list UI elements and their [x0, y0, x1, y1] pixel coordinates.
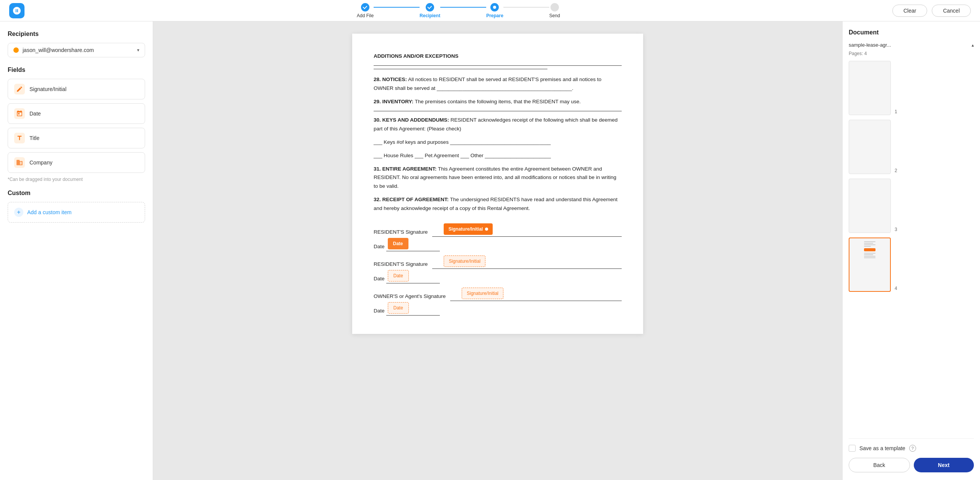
nav-actions: Clear Cancel	[892, 5, 971, 17]
section-31-num: 31.	[374, 166, 381, 172]
title-field-icon	[14, 133, 25, 143]
field-title[interactable]: Title	[8, 128, 145, 148]
sig-tag-3[interactable]: Signature/Initial	[462, 288, 503, 299]
thumb-num-1: 1	[895, 109, 897, 114]
thumb-num-4: 4	[895, 286, 897, 291]
right-panel: Document sample-lease-agr... ▴ Pages: 4	[842, 21, 980, 480]
logo	[9, 3, 24, 18]
doc-thumbs-header: sample-lease-agr... ▴	[849, 42, 974, 48]
step-recipient[interactable]: Recipient	[420, 3, 440, 18]
company-field-label: Company	[29, 159, 52, 166]
section-29-num: 29.	[374, 99, 381, 104]
sig-tag-2-label: Signature/Initial	[449, 259, 480, 264]
add-custom-button[interactable]: + Add a custom item	[8, 202, 145, 223]
main-layout: Recipients jason_will@wondershare.com ▾ …	[0, 21, 980, 480]
sig-tag-dot	[485, 228, 488, 231]
date-tag-1[interactable]: Date	[388, 238, 408, 249]
thumb-page-1[interactable]: 1	[849, 61, 974, 115]
step-prepare[interactable]: Prepare	[486, 3, 503, 18]
chevron-up-icon[interactable]: ▴	[972, 42, 974, 48]
date-label-2: Date	[374, 275, 385, 283]
thumb-page-2[interactable]: 2	[849, 120, 974, 174]
clear-button[interactable]: Clear	[892, 5, 927, 17]
step-circle-add-file	[361, 3, 369, 11]
chevron-down-icon: ▾	[137, 47, 139, 53]
panel-actions: Back Next	[849, 458, 974, 472]
thumb-img-4	[849, 238, 891, 292]
step-add-file[interactable]: Add File	[357, 3, 374, 18]
section-30-bold: KEYS AND ADDDENDUMS:	[382, 117, 449, 123]
section-28-num: 28.	[374, 76, 381, 82]
thumb-lines-4	[863, 240, 876, 260]
step-circle-recipient	[426, 3, 434, 11]
save-template-label: Save as a template	[859, 445, 905, 451]
date-field-label: Date	[29, 111, 41, 117]
sig-tag-1[interactable]: Signature/Initial	[444, 223, 493, 235]
doc-filename: sample-lease-agr...	[849, 42, 891, 48]
sig-section: RESIDENT'S Signature Signature/Initial D…	[374, 225, 622, 316]
thumb-lines-3	[869, 181, 871, 201]
thumb-page-3[interactable]: 3	[849, 179, 974, 233]
date-tag-2-label: Date	[394, 273, 403, 278]
thumb-num-3: 3	[895, 227, 897, 232]
recipient-email: jason_will@wondershare.com	[23, 47, 133, 53]
doc-page: ADDITIONS AND/OR EXCEPTIONS 28. NOTICES:…	[352, 34, 643, 334]
drag-hint: *Can be dragged into your document	[8, 177, 145, 182]
thumb-img-2	[849, 120, 891, 174]
doc-pages-count: Pages: 4	[849, 51, 974, 56]
thumb-num-2: 2	[895, 168, 897, 173]
step-label-send: Send	[549, 13, 560, 18]
thumb-lines-2	[869, 122, 871, 142]
doc-content: ADDITIONS AND/OR EXCEPTIONS 28. NOTICES:…	[374, 52, 622, 316]
date-tag-1-label: Date	[393, 241, 403, 246]
sig-tag-2[interactable]: Signature/Initial	[444, 255, 485, 267]
app-logo	[9, 3, 24, 18]
connector-1	[374, 7, 420, 8]
field-signature[interactable]: Signature/Initial	[8, 79, 145, 99]
section-30-keys: ___ Keys #of keys and purposes _________…	[374, 138, 622, 147]
signature-field-icon	[14, 84, 25, 94]
date-tag-3-label: Date	[394, 305, 403, 311]
connector-3	[503, 7, 549, 8]
date-field-icon	[14, 108, 25, 119]
top-nav: Add File Recipient Prepare Send Clear Ca…	[0, 0, 980, 21]
document-area: ADDITIONS AND/OR EXCEPTIONS 28. NOTICES:…	[153, 21, 842, 480]
help-icon[interactable]: ?	[909, 445, 916, 452]
section-32-bold: RECEIPT OF AGREEMENT:	[382, 197, 449, 202]
section-29-bold: INVENTORY:	[382, 99, 414, 104]
step-circle-send	[550, 3, 559, 11]
thumbs-list: 1 2	[849, 61, 974, 432]
left-sidebar: Recipients jason_will@wondershare.com ▾ …	[0, 21, 153, 480]
step-send[interactable]: Send	[549, 3, 560, 18]
date-label-1: Date	[374, 242, 385, 251]
recipients-title: Recipients	[8, 31, 145, 37]
thumb-img-1	[849, 61, 891, 115]
sig-tag-1-label: Signature/Initial	[448, 225, 483, 233]
step-label-prepare: Prepare	[486, 13, 503, 18]
field-date[interactable]: Date	[8, 103, 145, 124]
thumb-page-4[interactable]: 4	[849, 238, 974, 292]
date-tag-3[interactable]: Date	[388, 302, 409, 314]
signature-field-label: Signature/Initial	[29, 86, 67, 92]
step-circle-prepare	[490, 3, 499, 11]
cancel-button[interactable]: Cancel	[932, 5, 971, 17]
next-button[interactable]: Next	[914, 458, 974, 472]
date-tag-2[interactable]: Date	[388, 270, 409, 281]
field-company[interactable]: Company	[8, 152, 145, 173]
title-field-label: Title	[29, 135, 39, 141]
sig-tag-3-label: Signature/Initial	[467, 291, 498, 296]
doc-panel-title: Document	[849, 29, 974, 36]
step-label-add-file: Add File	[357, 13, 374, 18]
recipient-dropdown[interactable]: jason_will@wondershare.com ▾	[8, 43, 145, 57]
custom-title: Custom	[8, 190, 145, 197]
back-button[interactable]: Back	[849, 458, 910, 472]
thumb-img-3	[849, 179, 891, 233]
step-label-recipient: Recipient	[420, 13, 440, 18]
resident-sig-label-2: RESIDENT'S Signature	[374, 260, 428, 269]
connector-2	[440, 7, 486, 8]
save-template-row: Save as a template ?	[849, 438, 974, 452]
section-27-title: ADDITIONS AND/OR EXCEPTIONS	[374, 53, 459, 59]
plus-icon: +	[14, 208, 23, 217]
save-template-checkbox[interactable]	[849, 445, 856, 452]
section-31-bold: ENTIRE AGREEMENT:	[382, 166, 437, 172]
